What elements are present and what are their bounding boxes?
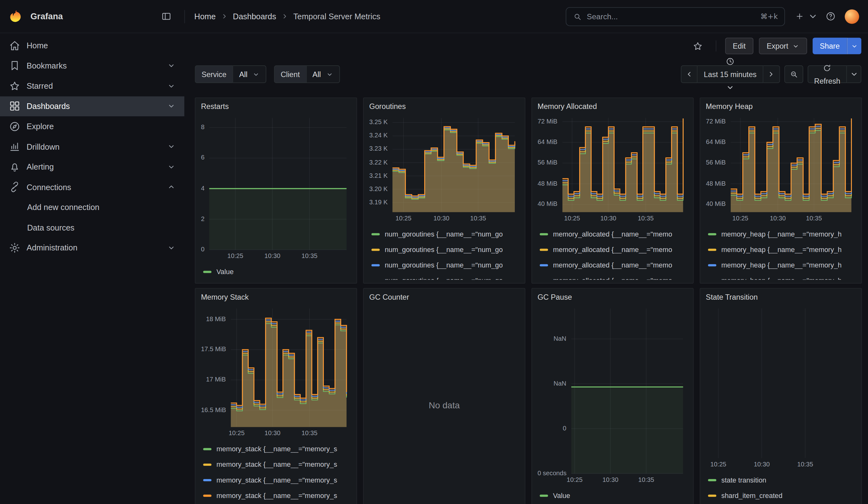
- share-button[interactable]: Share: [813, 38, 847, 54]
- sidebar-item-starred[interactable]: Starred: [0, 76, 184, 96]
- legend-item[interactable]: num_goroutines {__name__="num_go: [372, 242, 519, 257]
- sidebar-item-home[interactable]: Home: [0, 35, 184, 55]
- sidebar-item-connections[interactable]: Connections: [0, 177, 184, 197]
- panel-title[interactable]: State Transition: [706, 293, 856, 304]
- export-button[interactable]: Export: [759, 38, 807, 54]
- help-button[interactable]: [822, 8, 839, 25]
- grafana-logo[interactable]: [9, 9, 24, 24]
- legend-label: memory_heap {__name__="memory_h: [721, 261, 841, 269]
- series-color-dash: [203, 448, 211, 450]
- legend-item[interactable]: num_goroutines {__name__="num_go: [372, 226, 519, 242]
- panel-title[interactable]: Memory Heap: [706, 102, 856, 113]
- legend-item[interactable]: Value: [203, 264, 351, 280]
- chevron-up-icon: [167, 183, 175, 191]
- legend-label: memory_stack {__name__="memory_s: [217, 461, 337, 469]
- chart-area[interactable]: 3.25 K3.24 K3.23 K3.22 K3.21 K3.20 K3.19…: [369, 117, 519, 223]
- legend-item[interactable]: memory_allocated {__name__="memo: [540, 226, 688, 242]
- panel-title[interactable]: Restarts: [201, 102, 351, 113]
- chart-area[interactable]: 10:2510:3010:35: [706, 307, 856, 469]
- legend-item[interactable]: memory_allocated {__name__="memo: [540, 242, 688, 257]
- legend-item[interactable]: memory_heap {__name__="memory_h: [708, 258, 856, 273]
- sidebar-item-bookmarks[interactable]: Bookmarks: [0, 55, 184, 76]
- breadcrumb-home[interactable]: Home: [194, 12, 216, 21]
- chart-area[interactable]: 18 MiB17.5 MiB17 MiB16.5 MiB10:2510:3010…: [201, 307, 351, 438]
- sidebar-item-label: Administration: [27, 243, 78, 252]
- legend-item[interactable]: num_goroutines {__name__="num_go: [372, 258, 519, 273]
- panels-grid: Restarts8642010:2510:3010:35ValueGorouti…: [195, 97, 862, 504]
- sidebar-item-dashboards[interactable]: Dashboards: [0, 96, 184, 116]
- sidebar-toggle-icon: [161, 11, 171, 21]
- chart-area[interactable]: NaNNaN00 seconds10:2510:3010:35: [538, 307, 688, 484]
- sidebar-item-data-sources[interactable]: Data sources: [0, 217, 184, 237]
- panel-title[interactable]: Goroutines: [369, 102, 519, 113]
- zoom-out-button[interactable]: [784, 65, 803, 83]
- time-range-group: Last 15 minutes: [681, 65, 780, 83]
- sidebar-item-administration[interactable]: Administration: [0, 237, 184, 258]
- search-placeholder: Search...: [587, 12, 618, 21]
- edit-label: Edit: [733, 42, 745, 50]
- chevron-down-icon: [851, 42, 858, 50]
- legend-item[interactable]: state transition: [708, 472, 856, 488]
- sidebar-toggle-button[interactable]: [157, 8, 175, 25]
- legend-item[interactable]: memory_heap {__name__="memory_h: [708, 242, 856, 257]
- legend-label: memory_heap {__name__="memory_h: [721, 277, 841, 280]
- client-filter-value[interactable]: All: [306, 65, 340, 83]
- body-row: HomeBookmarksStarredDashboardsExploreDri…: [0, 33, 868, 504]
- legend-item[interactable]: memory_allocated {__name__="memo: [540, 273, 688, 280]
- compass-icon: [9, 121, 21, 132]
- edit-button[interactable]: Edit: [725, 38, 753, 54]
- sidebar-item-add-new-connection[interactable]: Add new connection: [0, 197, 184, 217]
- legend-label: Value: [217, 268, 234, 276]
- legend-item[interactable]: memory_heap {__name__="memory_h: [708, 273, 856, 280]
- sidebar-item-drilldown[interactable]: Drilldown: [0, 136, 184, 157]
- panel-memory-heap: Memory Heap72 MiB64 MiB56 MiB48 MiB40 Mi…: [700, 97, 862, 284]
- search-input[interactable]: Search... ⌘+k: [566, 7, 785, 26]
- chevron-down-icon: [326, 71, 333, 78]
- panel-title[interactable]: GC Pause: [538, 293, 688, 304]
- breadcrumb-dashboards[interactable]: Dashboards: [233, 12, 276, 21]
- legend-item[interactable]: memory_stack {__name__="memory_s: [203, 472, 351, 488]
- plug-icon: [9, 181, 21, 193]
- chevron-left-icon: [685, 70, 693, 78]
- legend-item[interactable]: memory_stack {__name__="memory_s: [203, 442, 351, 457]
- panel-legend: memory_allocated {__name__="memomemory_a…: [538, 226, 688, 279]
- legend-item[interactable]: num_goroutines {__name__="num_go: [372, 273, 519, 280]
- chevron-down-icon: [167, 142, 175, 151]
- add-button[interactable]: [793, 8, 818, 25]
- legend-item[interactable]: memory_allocated {__name__="memo: [540, 258, 688, 273]
- panel-memory-stack: Memory Stack18 MiB17.5 MiB17 MiB16.5 MiB…: [195, 288, 357, 504]
- panel-title[interactable]: Memory Allocated: [538, 102, 688, 113]
- legend-item[interactable]: Value: [540, 488, 688, 503]
- panel-title[interactable]: Memory Stack: [201, 293, 351, 304]
- chart-area[interactable]: 72 MiB64 MiB56 MiB48 MiB40 MiB10:2510:30…: [706, 117, 856, 223]
- user-avatar[interactable]: [845, 9, 859, 24]
- bell-icon: [9, 161, 21, 173]
- time-back-button[interactable]: [681, 65, 698, 83]
- favorite-star-button[interactable]: [689, 37, 707, 55]
- refresh-button[interactable]: Refresh: [807, 65, 847, 83]
- time-range-picker[interactable]: Last 15 minutes: [698, 65, 763, 83]
- legend-label: memory_stack {__name__="memory_s: [217, 445, 337, 453]
- legend-item[interactable]: shard_item_created: [708, 488, 856, 503]
- legend-item[interactable]: memory_heap {__name__="memory_h: [708, 226, 856, 242]
- legend-label: memory_allocated {__name__="memo: [553, 230, 672, 238]
- chart-area[interactable]: 8642010:2510:3010:35: [201, 117, 351, 261]
- sidebar-item-label: Alerting: [27, 162, 54, 171]
- series-color-dash: [372, 248, 380, 251]
- sidebar-item-label: Drilldown: [27, 142, 60, 151]
- legend-item[interactable]: memory_stack {__name__="memory_s: [203, 457, 351, 472]
- panel-title[interactable]: GC Counter: [369, 293, 519, 304]
- refresh-interval-button[interactable]: [847, 65, 861, 83]
- share-dropdown-button[interactable]: [847, 38, 861, 54]
- chart-area[interactable]: 72 MiB64 MiB56 MiB48 MiB40 MiB10:2510:30…: [538, 117, 688, 223]
- nav-left: Grafana: [9, 8, 175, 25]
- legend-label: memory_stack {__name__="memory_s: [217, 492, 337, 500]
- home-icon: [9, 40, 21, 51]
- sidebar-item-alerting[interactable]: Alerting: [0, 157, 184, 177]
- sidebar-item-explore[interactable]: Explore: [0, 116, 184, 136]
- service-filter-value[interactable]: All: [232, 65, 266, 83]
- share-button-group: Share: [813, 38, 861, 54]
- time-forward-button[interactable]: [763, 65, 780, 83]
- legend-item[interactable]: memory_stack {__name__="memory_s: [203, 488, 351, 503]
- apps-icon: [9, 101, 21, 112]
